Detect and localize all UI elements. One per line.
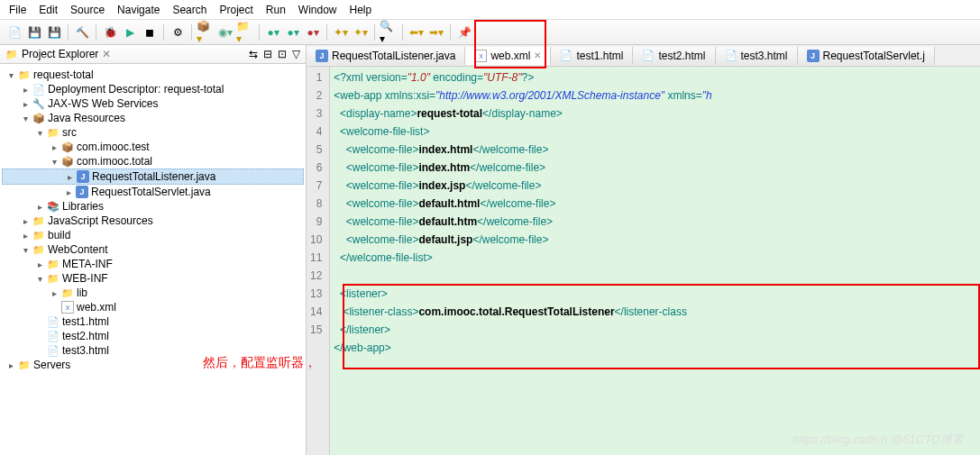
menu-navigate[interactable]: Navigate bbox=[117, 4, 160, 16]
tree-icon: 📁 bbox=[32, 229, 45, 241]
back-icon[interactable]: ⬅▾ bbox=[408, 23, 426, 41]
pin-icon[interactable]: 📌 bbox=[455, 23, 473, 41]
tree-icon: x bbox=[61, 301, 74, 314]
wizard-icon[interactable]: ✦▾ bbox=[332, 23, 350, 41]
tree-item[interactable]: ▾📦Java Resources bbox=[2, 111, 304, 125]
tree-icon: 📦 bbox=[61, 141, 74, 153]
tree-label: JavaScript Resources bbox=[48, 214, 153, 227]
editor-tab[interactable]: 📄test2.html bbox=[633, 47, 715, 65]
tree-item[interactable]: ▸JRequestTotalListener.java bbox=[2, 168, 304, 185]
view-menu-icon[interactable]: ▽ bbox=[292, 48, 300, 60]
tree-icon: 📄 bbox=[47, 315, 60, 328]
tree-item[interactable]: xweb.xml bbox=[2, 300, 304, 314]
explorer-header: 📁 Project Explorer ✕ ⇆ ⊟ ⊡ ▽ bbox=[0, 45, 306, 64]
menu-run[interactable]: Run bbox=[266, 4, 286, 16]
tab-label: RequestTotalListener.java bbox=[332, 50, 455, 62]
editor-tab[interactable]: xweb.xml✕ bbox=[465, 47, 551, 65]
debug-drop-icon[interactable]: ●▾ bbox=[284, 23, 302, 41]
editor-area: JRequestTotalListener.javaxweb.xml✕📄test… bbox=[307, 45, 980, 455]
save-icon[interactable]: 💾 bbox=[25, 23, 43, 41]
tree-item[interactable]: ▸📁JavaScript Resources bbox=[2, 214, 304, 228]
open-type-icon[interactable]: ✦▾ bbox=[352, 23, 370, 41]
tree-item[interactable]: ▸📁build bbox=[2, 228, 304, 242]
search-icon[interactable]: 🔍▾ bbox=[380, 23, 398, 41]
tree-icon: 📁 bbox=[47, 258, 60, 270]
editor-tabs: JRequestTotalListener.javaxweb.xml✕📄test… bbox=[307, 45, 980, 67]
tab-icon: 📄 bbox=[560, 50, 572, 62]
editor-tab[interactable]: JRequestTotalListener.java bbox=[307, 47, 465, 65]
tree-label: WEB-INF bbox=[62, 272, 108, 285]
menu-edit[interactable]: Edit bbox=[39, 4, 58, 16]
tree-icon: J bbox=[77, 170, 89, 183]
new-icon[interactable]: 📄 bbox=[5, 23, 23, 41]
menu-help[interactable]: Help bbox=[350, 4, 372, 16]
link-editor-icon[interactable]: ⊟ bbox=[263, 48, 272, 60]
menu-project[interactable]: Project bbox=[219, 4, 252, 16]
editor-tab[interactable]: 📄test3.html bbox=[716, 47, 798, 65]
editor-tab[interactable]: 📄test1.html bbox=[551, 47, 633, 65]
tree-label: RequestTotalListener.java bbox=[92, 170, 215, 183]
tab-icon: J bbox=[316, 50, 328, 62]
tree-item[interactable]: ▸📁META-INF bbox=[2, 257, 304, 271]
tree-item[interactable]: ▾📁WEB-INF bbox=[2, 271, 304, 286]
tree-item[interactable]: ▸🔧JAX-WS Web Services bbox=[2, 96, 304, 111]
tree-icon: 📄 bbox=[47, 344, 60, 357]
explorer-icon: 📁 bbox=[5, 48, 18, 60]
tree-label: test3.html bbox=[62, 344, 109, 357]
ext-run-icon[interactable]: ●▾ bbox=[304, 23, 322, 41]
editor-tab[interactable]: JRequestTotalServlet.j bbox=[798, 47, 935, 65]
new-package-icon[interactable]: 📦▾ bbox=[197, 23, 215, 41]
collapse-all-icon[interactable]: ⇆ bbox=[249, 48, 258, 60]
tree-item[interactable]: 📄test2.html bbox=[2, 329, 304, 343]
tree-item[interactable]: ▸📚Libraries bbox=[2, 199, 304, 214]
tree-icon: 📦 bbox=[32, 112, 45, 124]
tree-icon: 📁 bbox=[18, 359, 31, 371]
menu-source[interactable]: Source bbox=[70, 4, 105, 16]
tree-label: test2.html bbox=[62, 330, 109, 342]
code-editor[interactable]: 123456789101112131415 <?xml version="1.0… bbox=[307, 67, 980, 455]
tab-icon: J bbox=[807, 50, 820, 62]
tree-item[interactable]: ▾📁WebContent bbox=[2, 242, 304, 257]
tree-label: JAX-WS Web Services bbox=[48, 97, 158, 110]
tree-label: lib bbox=[77, 287, 87, 299]
tree-icon: 📁 bbox=[47, 272, 60, 285]
menu-window[interactable]: Window bbox=[298, 4, 337, 16]
tree-item[interactable]: ▸📦com.imooc.test bbox=[2, 140, 304, 154]
menu-file[interactable]: File bbox=[9, 4, 26, 16]
tree-item[interactable]: ▸📁lib bbox=[2, 286, 304, 300]
explorer-title: Project Explorer bbox=[22, 48, 98, 60]
tab-label: test3.html bbox=[741, 50, 788, 62]
server-icon[interactable]: ⚙ bbox=[169, 23, 187, 41]
tab-icon: 📄 bbox=[642, 50, 655, 62]
stop-icon[interactable]: ◼ bbox=[141, 23, 159, 41]
tree-item[interactable]: ▸JRequestTotalServlet.java bbox=[2, 185, 304, 199]
code-content[interactable]: <?xml version="1.0" encoding="UTF-8"?><w… bbox=[330, 67, 715, 455]
run-icon[interactable]: ▶ bbox=[121, 23, 139, 41]
tree-item[interactable]: ▾📁request-total bbox=[2, 68, 304, 82]
close-icon[interactable]: ✕ bbox=[534, 50, 541, 60]
tree-item[interactable]: 📄test1.html bbox=[2, 314, 304, 329]
explorer-tree[interactable]: ▾📁request-total▸📄Deployment Descriptor: … bbox=[0, 64, 306, 455]
tree-label: com.imooc.test bbox=[77, 141, 150, 153]
project-explorer-view: 📁 Project Explorer ✕ ⇆ ⊟ ⊡ ▽ ▾📁request-t… bbox=[0, 45, 307, 455]
forward-icon[interactable]: ➡▾ bbox=[427, 23, 445, 41]
tab-label: test2.html bbox=[658, 50, 705, 62]
save-all-icon[interactable]: 💾 bbox=[45, 23, 63, 41]
debug-icon[interactable]: 🐞 bbox=[101, 23, 119, 41]
tree-item[interactable]: ▸📄Deployment Descriptor: request-total bbox=[2, 82, 304, 96]
build-icon[interactable]: 🔨 bbox=[73, 23, 91, 41]
new-class-icon[interactable]: ◉▾ bbox=[216, 23, 234, 41]
tree-label: build bbox=[48, 229, 70, 241]
tree-label: WebContent bbox=[48, 243, 108, 256]
focus-icon[interactable]: ⊡ bbox=[278, 48, 287, 60]
tree-item[interactable]: ▾📦com.imooc.total bbox=[2, 154, 304, 168]
main-toolbar: 📄 💾 💾 🔨 🐞 ▶ ◼ ⚙ 📦▾ ◉▾ 📁▾ ●▾ ●▾ ●▾ ✦▾ ✦▾ … bbox=[0, 20, 980, 45]
menu-search[interactable]: Search bbox=[172, 4, 206, 16]
new-folder-icon[interactable]: 📁▾ bbox=[236, 23, 254, 41]
run-drop-icon[interactable]: ●▾ bbox=[264, 23, 282, 41]
tree-item[interactable]: ▾📁src bbox=[2, 125, 304, 140]
tree-icon: 📄 bbox=[32, 83, 45, 96]
tree-label: request-total bbox=[33, 68, 94, 81]
tree-label: Java Resources bbox=[48, 112, 125, 124]
tree-label: RequestTotalServlet.java bbox=[91, 186, 211, 198]
